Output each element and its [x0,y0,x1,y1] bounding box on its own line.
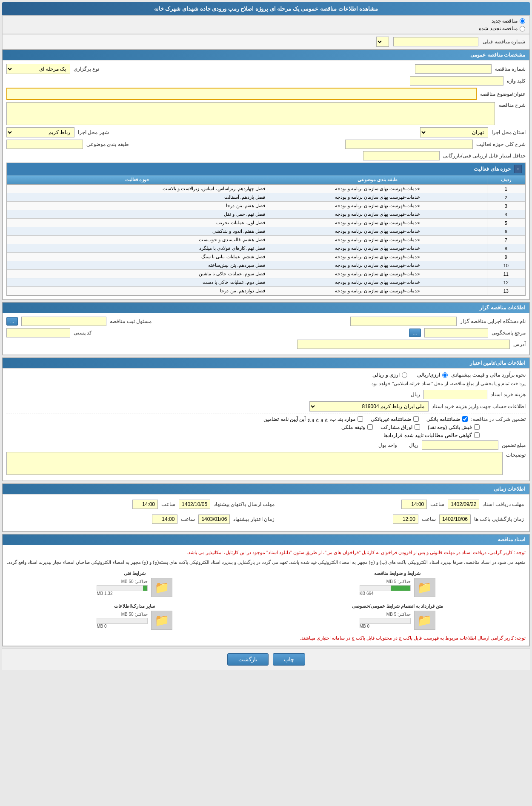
province-select[interactable]: تهران [420,127,488,137]
keyword-input[interactable] [410,76,503,86]
postal-label: کد پستی [74,330,92,336]
print-button[interactable]: چاپ [273,653,305,666]
guarantee-amount-input[interactable]: 4,000,000,000 [422,440,498,450]
non-bank-check[interactable] [413,416,419,422]
payment-note: پرداخت تمام و یا بخشی از مبلغ مناقصه، از… [370,380,526,388]
packet-open-label: زمان بازگشایی پاکت ها [474,516,524,522]
table-row: 5خدمات-فهرست بهای سازمان برنامه و بودجهف… [7,219,525,227]
description-label: شرح مناقصه [498,102,526,108]
send-deadline-date: 1402/10/05 [179,500,210,509]
table-row: 8خدمات-فهرست بهای سازمان برنامه و بودجهف… [7,244,525,253]
org-name-input[interactable]: شهرداری رباط کریم [350,317,457,326]
packet-time-label: ساعت [422,516,436,522]
prev-tender-label: شماره مناقصه قبلی [483,39,525,45]
property-check[interactable] [367,424,373,430]
receive-deadline-time: 14:00 [401,500,427,509]
activity-desc-input[interactable]: عملیات تخریب،حاکی بادست وماشین،بتنایی [345,140,473,149]
reply-input[interactable] [424,328,488,337]
col-id: ردیف [487,175,525,185]
send-deadline-time: 14:00 [132,500,158,509]
prev-tender-input[interactable] [393,37,478,46]
cash-check[interactable] [474,424,480,430]
postal-input[interactable]: 3761953198 [6,328,70,337]
packet-open-time: 12:00 [393,514,418,524]
max-score-input[interactable] [363,151,440,160]
unit-label: ریال [409,442,418,448]
estimate-type-label: نحوه برآورد مالی و قیمت پیشنهادی [451,372,526,378]
table-row: 11خدمات-فهرست بهای سازمان برنامه و بودجه… [7,270,525,278]
responsible-btn[interactable]: ... [6,317,18,326]
tender-number-input[interactable]: 2002095377000039 [415,64,492,74]
remove-activity-btn[interactable]: - [514,165,522,173]
address-label: آدرس [513,341,526,347]
table-row: 13خدمات-فهرست بهای سازمان برنامه و بودجه… [7,287,525,295]
financial-section-header: اطلاعات مالی/تامین اعتبار [3,358,529,368]
credit-validity-label: زمان اعتبار پیشنهاد [233,516,275,522]
category-label: طبقه بندی موضوعی [86,141,129,147]
activities-title: حوزه های فعالیت [474,166,511,172]
demand-check[interactable] [474,432,480,438]
description-textarea[interactable] [6,102,495,125]
notes-label: توضیحات [506,452,526,458]
prev-tender-select[interactable]: ∨ [376,37,389,47]
notes-textarea[interactable] [6,452,503,475]
title-label: عنوان/موضوع مناقصه [480,91,526,97]
organizer-section-header: اطلاعات مناقصه گزار [3,303,529,313]
credit-validity-time: 14:00 [152,514,177,524]
file-box: سایر مدارک/اطلاعات 📁 حداکثر: 50 MB 0 MB [6,603,263,630]
radio-renewed-tender[interactable]: مناقصه تجدید شده [7,26,525,31]
file-box: شرایط فنی 📁 حداکثر: 50 MB 1.32 MB [6,571,263,597]
tender-type-label: نوع برگزاری [74,66,99,72]
city-label: شهر محل اجرا [78,129,109,135]
main-title: مشاهده اطلاعات مناقصه عمومی یک مرحله ای … [2,2,530,15]
col-category: طبقه بندی موضوعی [268,175,487,185]
table-row: 7خدمات-فهرست بهای سازمان برنامه و بودجهف… [7,236,525,244]
bank-info-select[interactable]: ملی ایران رباط کریم 819004 [309,401,429,412]
table-row: 9خدمات-فهرست بهای سازمان برنامه و بودجهف… [7,253,525,261]
reply-btn[interactable]: ... [409,329,420,337]
reply-label: مرجع پاسخگویی [492,330,526,336]
city-select[interactable]: رباط کریم [6,127,74,137]
receive-time-label: ساعت [430,501,444,507]
title-input[interactable]: مناقصه عمومی یک مرحله ای پروژه اصلاح رمپ… [6,88,477,100]
max-score-label: حداقل امتیاز قابل ارزیابی فنی/بازرگانی [443,153,526,159]
table-row: 4خدمات-فهرست بهای سازمان برنامه و بودجهف… [7,210,525,219]
timing-section-header: اطلاعات زمانی [3,484,529,494]
currency-label: ریال [411,392,420,397]
purchase-cost-label: هزینه خرید اسناد [491,392,526,397]
general-section-header: مشخصات مناقصه عمومی [3,50,529,60]
file-box: شرایط و ضوابط مناقصه 📁 حداکثر: 5 MB 664 … [269,571,526,597]
option-rial-only-radio[interactable] [402,372,407,378]
guarantee-amount-label: مبلغ تضمین [502,442,526,448]
responsible-label: مسئول ثبت مناقصه [110,318,152,324]
unit-field-label: واحد پول [378,442,397,448]
table-row: 1خدمات-فهرست بهای سازمان برنامه و بودجهف… [7,185,525,193]
purchase-cost-input[interactable]: 2,000,000 [423,390,487,399]
doc-bottom-note: توجه: کاربر گرامی ارسال اطلاعات مربوط به… [6,634,526,642]
guarantee-label: تضمین شرکت در مناقصه: [471,416,526,422]
file-box: متن قرارداد به انضمام شرایط عمومی/خصوصی … [269,603,526,630]
activities-table: ردیف طبقه بندی موضوعی حوزه فعالیت 1خدمات… [7,175,525,295]
tender-type-select[interactable]: یک مرحله ای [6,64,70,74]
table-row: 6خدمات-فهرست بهای سازمان برنامه و بودجهف… [7,227,525,236]
rules-check[interactable] [358,416,363,422]
col-activity: حوزه فعالیت [7,175,268,185]
table-row: 2خدمات-فهرست بهای سازمان برنامه و بودجهف… [7,193,525,202]
address-input[interactable]: رباط کریم-بلوار امام خمینی (ره) [297,340,510,349]
category-input[interactable]: خدمات یا فهرست بها [6,140,83,149]
send-time-label: ساعت [161,501,175,507]
responsible-input[interactable]: محمدرضا کریمی منفرد [21,317,106,326]
credit-validity-date: 1403/01/06 [198,514,230,524]
packet-open-date: 1402/10/06 [439,514,471,524]
back-button[interactable]: بازگشت [227,653,269,666]
radio-new-tender[interactable]: مناقصه جدید [7,18,525,24]
documents-section-header: اسناد مناقصه [3,534,529,545]
province-label: استان محل اجرا [492,129,526,135]
participation-check[interactable] [415,424,420,430]
send-deadline-label: مهلت ارسال پاکتهای پیشنهاد [214,501,275,507]
option-rial-radio[interactable] [442,372,448,378]
table-row: 12خدمات-فهرست بهای سازمان برنامه و بودجه… [7,278,525,287]
bank-info-label: اطلاعات حساب جهت واریز هزینه خرید اسناد [432,403,526,409]
bank-guarantee-check[interactable] [462,416,468,422]
keyword-label: کلید واژه [507,78,526,84]
